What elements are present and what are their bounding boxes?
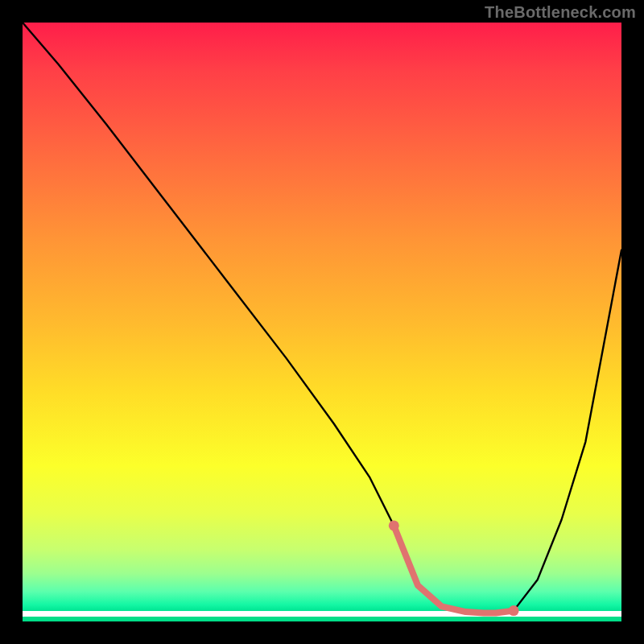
highlight-curve bbox=[394, 526, 514, 613]
highlight-dot bbox=[389, 520, 399, 530]
plot-area bbox=[23, 23, 621, 621]
watermark-text: TheBottleneck.com bbox=[485, 3, 636, 22]
main-curve bbox=[23, 23, 621, 613]
chart-svg bbox=[23, 23, 621, 621]
highlight-dot bbox=[509, 605, 519, 616]
chart-frame: TheBottleneck.com bbox=[0, 0, 644, 644]
